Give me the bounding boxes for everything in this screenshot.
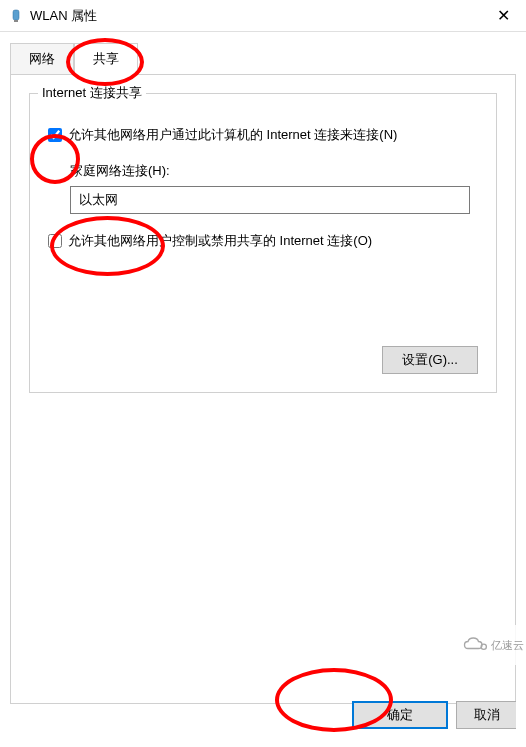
watermark-text: 亿速云 xyxy=(491,638,524,653)
groupbox-title: Internet 连接共享 xyxy=(38,84,146,102)
ok-button[interactable]: 确定 xyxy=(352,701,448,729)
ics-groupbox: Internet 连接共享 允许其他网络用户通过此计算机的 Internet 连… xyxy=(29,93,497,393)
allow-connect-label: 允许其他网络用户通过此计算机的 Internet 连接来连接(N) xyxy=(68,126,478,144)
svg-rect-1 xyxy=(14,20,18,22)
settings-button[interactable]: 设置(G)... xyxy=(382,346,478,374)
watermark: 亿速云 xyxy=(458,625,526,665)
allow-connect-checkbox[interactable] xyxy=(48,128,62,142)
cancel-button[interactable]: 取消 xyxy=(456,701,516,729)
titlebar: WLAN 属性 ✕ xyxy=(0,0,526,32)
dialog-buttons: 确定 取消 xyxy=(352,701,516,729)
tab-strip: 网络 共享 xyxy=(0,32,526,74)
tab-network[interactable]: 网络 xyxy=(10,43,74,75)
wlan-icon xyxy=(8,8,24,24)
home-network-label: 家庭网络连接(H): xyxy=(70,162,478,180)
allow-connect-row: 允许其他网络用户通过此计算机的 Internet 连接来连接(N) xyxy=(48,126,478,144)
svg-rect-0 xyxy=(13,10,19,20)
tab-panel-sharing: Internet 连接共享 允许其他网络用户通过此计算机的 Internet 连… xyxy=(10,74,516,704)
allow-control-checkbox[interactable] xyxy=(48,234,62,248)
allow-control-label: 允许其他网络用户控制或禁用共享的 Internet 连接(O) xyxy=(68,232,478,250)
home-network-dropdown[interactable]: 以太网 xyxy=(70,186,470,214)
close-button[interactable]: ✕ xyxy=(481,0,526,32)
tab-sharing[interactable]: 共享 xyxy=(74,43,138,75)
dropdown-value: 以太网 xyxy=(79,191,118,209)
window-title: WLAN 属性 xyxy=(30,7,481,25)
allow-control-row: 允许其他网络用户控制或禁用共享的 Internet 连接(O) xyxy=(48,232,478,250)
